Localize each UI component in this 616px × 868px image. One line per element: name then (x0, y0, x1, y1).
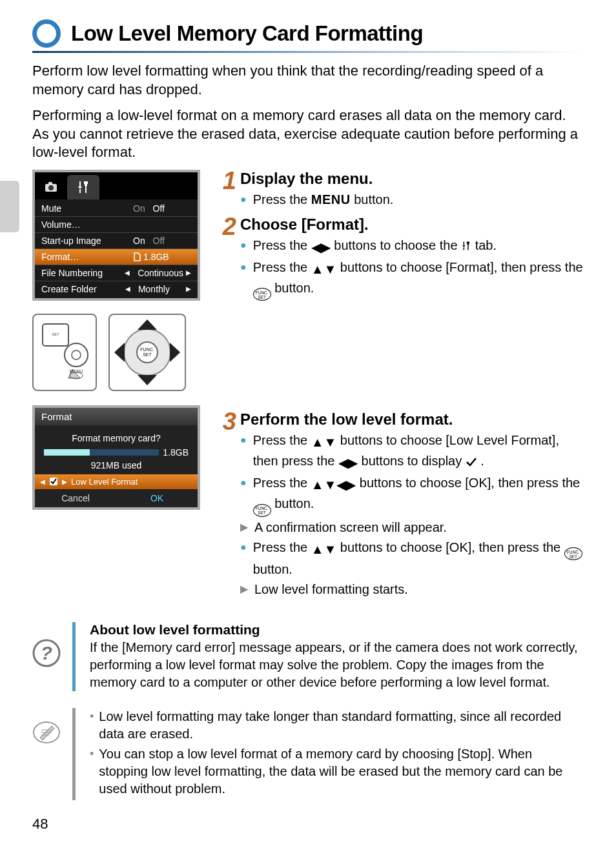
step-1: 1 Display the menu. ● Press the MENU but… (217, 170, 584, 210)
svg-point-6 (72, 350, 81, 359)
svg-rect-3 (85, 184, 87, 186)
func-set-icon: FUNC.SET (564, 547, 582, 560)
up-down-arrows-icon: ▲▼ (311, 433, 337, 452)
left-right-arrows-icon: ◀▶ (338, 454, 358, 472)
step-2: 2 Choose [Format]. ● Press the ◀▶ button… (217, 216, 584, 303)
step-3-title: Perform the low level format. (240, 410, 584, 429)
bullet-circle-icon (32, 19, 61, 48)
svg-marker-14 (138, 319, 157, 330)
page-number: 48 (32, 816, 584, 833)
bullet-icon: ● (240, 258, 247, 301)
menu-row-create-folder: Create Folder ◀ Monthly ▶ (35, 281, 198, 297)
format-dialog-screenshot: Format Format memory card? 1.8GB 921MB u… (32, 405, 200, 510)
func-set-icon: FUNC.SET (253, 504, 271, 517)
about-box: ? About low level formatting If the [Mem… (32, 622, 584, 691)
menu-row-mute: Mute On Off (35, 201, 198, 217)
about-text: If the [Memory card error] message appea… (90, 639, 584, 691)
pencil-note-icon (32, 718, 61, 747)
svg-marker-17 (170, 343, 180, 362)
svg-rect-19 (467, 243, 469, 245)
menu-row-volume: Volume… (35, 217, 198, 233)
up-down-arrows-icon: ▲▼ (311, 540, 337, 559)
used-label: 921MB used (44, 460, 189, 470)
menu-row-startup-image: Start-up Image On Off (35, 233, 198, 249)
format-question: Format memory card? (44, 433, 189, 443)
capacity-bar (44, 449, 159, 456)
bullet-icon: ● (240, 190, 247, 209)
svg-text:?: ? (41, 642, 52, 663)
camera-back-illustration: MENU SET (32, 314, 97, 391)
all-arrows-icon: ▲▼◀▶ (311, 476, 356, 494)
ok-button: OK (116, 489, 198, 507)
tools-icon (461, 240, 471, 252)
low-level-format-row: ◀ ▶ Low Level Format (35, 474, 198, 489)
tip-1: Low level formatting may take longer tha… (99, 708, 584, 743)
svg-text:FUNC.: FUNC. (140, 347, 154, 352)
step-3: 3 Perform the low level format. ● Press … (217, 410, 584, 600)
left-right-arrows-icon: ◀▶ (311, 238, 331, 257)
svg-point-2 (48, 185, 54, 190)
format-dialog-header: Format (35, 408, 198, 425)
svg-point-5 (65, 343, 88, 367)
tools-icon (76, 180, 90, 194)
checkmark-icon (466, 457, 477, 467)
dpad-illustration: FUNC. SET (108, 314, 186, 391)
menu-row-file-numbering: File Numbering ◀ Continuous ▶ (35, 265, 198, 281)
svg-rect-1 (48, 182, 52, 185)
question-icon: ? (32, 639, 61, 667)
menu-row-format: Format… 1.8GB (35, 249, 198, 265)
result-triangle-icon: ▶ (240, 580, 248, 599)
title-underline (32, 51, 584, 53)
checkbox-checked-icon (49, 477, 58, 486)
memory-card-icon (133, 252, 141, 261)
menu-word: MENU (311, 192, 351, 207)
svg-marker-15 (138, 375, 157, 385)
step-2-title: Choose [Format]. (240, 216, 584, 234)
camera-tab-shooting (35, 175, 67, 199)
up-down-arrows-icon: ▲▼ (311, 260, 337, 279)
page-title: Low Level Memory Card Formatting (71, 21, 423, 46)
capacity-label: 1.8GB (163, 447, 189, 458)
intro-paragraph-1: Perform low level formatting when you th… (32, 62, 584, 99)
func-set-icon: FUNC.SET (253, 288, 271, 301)
bullet-icon: ● (240, 236, 247, 257)
about-title: About low level formatting (90, 622, 584, 638)
bullet-icon: ● (240, 431, 247, 472)
bullet-icon: ● (240, 474, 247, 517)
result-triangle-icon: ▶ (240, 518, 248, 537)
tip-2: You can stop a low level format of a mem… (99, 745, 584, 798)
side-tab (0, 181, 19, 232)
svg-marker-16 (114, 343, 125, 362)
svg-text:SET: SET (52, 332, 59, 336)
camera-tab-tools (67, 175, 99, 199)
tips-box: Low level formatting may take longer tha… (32, 708, 584, 800)
title-row: Low Level Memory Card Formatting (32, 19, 584, 48)
bullet-icon: ● (240, 538, 247, 580)
intro-paragraph-2: Performing a low-level format on a memor… (32, 106, 584, 162)
camera-menu-screenshot: Mute On Off Volume… Start-up Image On Of… (32, 170, 200, 301)
cancel-button: Cancel (35, 489, 116, 507)
step-1-title: Display the menu. (240, 170, 584, 188)
svg-text:SET: SET (143, 352, 152, 357)
